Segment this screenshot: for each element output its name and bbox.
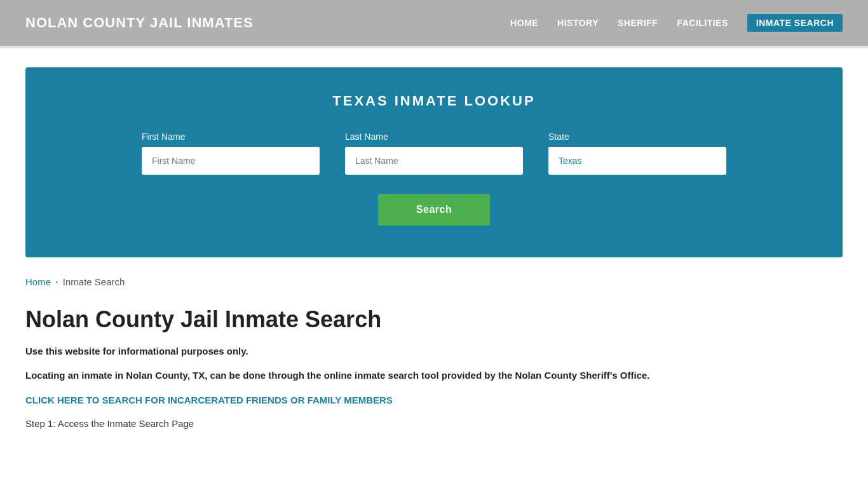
state-group: State: [548, 132, 726, 175]
info-text-2: Locating an inmate in Nolan County, TX, …: [25, 368, 843, 383]
first-name-input[interactable]: [142, 147, 320, 175]
search-btn-row: Search: [64, 194, 804, 226]
last-name-group: Last Name: [345, 132, 523, 175]
cta-link[interactable]: CLICK HERE to Search for Incarcerated Fr…: [25, 395, 843, 405]
search-panel-title: TEXAS INMATE LOOKUP: [64, 93, 804, 109]
state-input[interactable]: [548, 147, 726, 175]
breadcrumb-home-link[interactable]: Home: [25, 276, 51, 287]
first-name-group: First Name: [142, 132, 320, 175]
search-panel: TEXAS INMATE LOOKUP First Name Last Name…: [25, 67, 843, 257]
breadcrumb-current: Inmate Search: [63, 276, 125, 287]
nav-history[interactable]: HISTORY: [557, 18, 599, 28]
last-name-label: Last Name: [345, 132, 523, 142]
main-nav: HOME HISTORY SHERIFF FACILITIES INMATE S…: [510, 14, 843, 32]
nav-inmate-search[interactable]: INMATE SEARCH: [747, 14, 843, 32]
last-name-input[interactable]: [345, 147, 523, 175]
breadcrumb-separator: •: [56, 279, 58, 285]
header-underline: [0, 46, 868, 48]
site-header: NOLAN COUNTY JAIL INMATES HOME HISTORY S…: [0, 0, 868, 46]
page-heading: Nolan County Jail Inmate Search: [25, 306, 843, 333]
info-text-1: Use this website for informational purpo…: [25, 344, 843, 359]
nav-home[interactable]: HOME: [510, 18, 538, 28]
nav-facilities[interactable]: FACILITIES: [677, 18, 728, 28]
first-name-label: First Name: [142, 132, 320, 142]
step-1-text: Step 1: Access the Inmate Search Page: [25, 418, 843, 429]
form-row: First Name Last Name State: [64, 132, 804, 175]
breadcrumb: Home • Inmate Search: [25, 276, 843, 287]
main-content: Home • Inmate Search Nolan County Jail I…: [0, 257, 868, 461]
nav-sheriff[interactable]: SHERIFF: [618, 18, 658, 28]
state-label: State: [548, 132, 726, 142]
search-button[interactable]: Search: [378, 194, 490, 226]
site-title: NOLAN COUNTY JAIL INMATES: [25, 15, 254, 31]
